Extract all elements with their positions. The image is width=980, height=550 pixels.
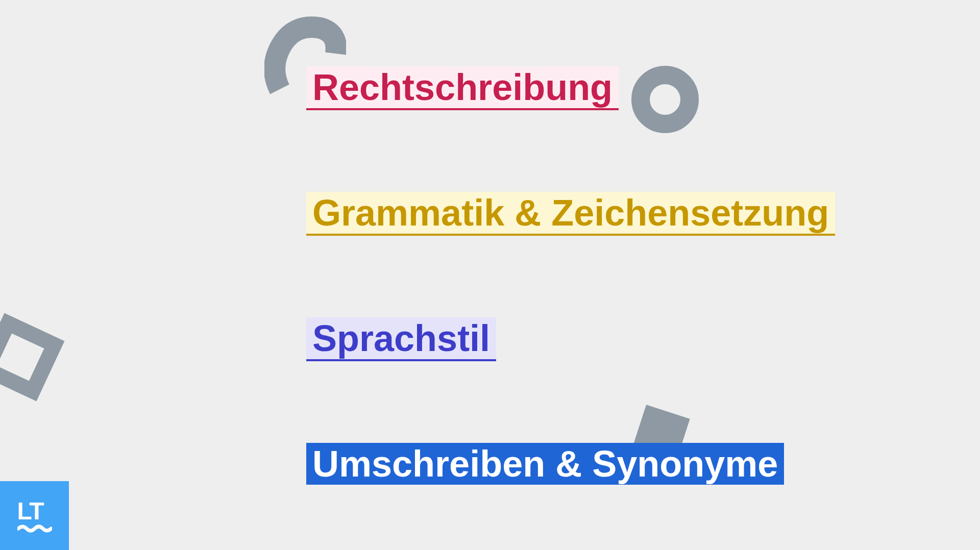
categories-list: Rechtschreibung Grammatik & Zeichensetzu… <box>306 66 835 485</box>
category-spelling: Rechtschreibung <box>306 66 619 110</box>
svg-rect-1 <box>0 323 54 391</box>
category-grammar: Grammatik & Zeichensetzung <box>306 192 835 236</box>
category-rewrite: Umschreiben & Synonyme <box>306 443 784 485</box>
logo-wave-icon <box>17 524 52 533</box>
decorative-square-left <box>0 306 71 410</box>
logo-text: LT <box>17 499 43 523</box>
languagetool-logo: LT <box>0 481 69 550</box>
category-style: Sprachstil <box>306 317 496 361</box>
